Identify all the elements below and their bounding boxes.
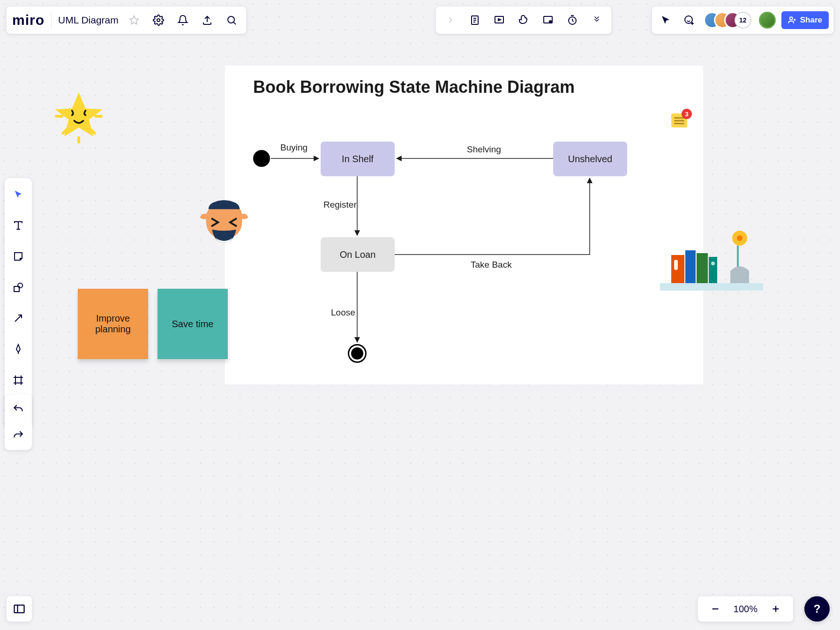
bell-icon[interactable] [174,11,192,29]
initial-state[interactable] [253,150,270,167]
sticky-tool[interactable] [8,247,28,266]
svg-rect-52 [697,253,708,283]
header-toolbar: miro UML Diagram [7,7,246,34]
svg-point-54 [711,262,715,265]
shape-tool[interactable] [8,278,28,297]
zoom-out-button[interactable] [706,600,724,618]
svg-rect-55 [15,605,24,613]
svg-marker-0 [130,16,138,24]
screen-icon[interactable] [539,11,557,29]
avatar-self[interactable] [759,12,776,29]
separator [51,12,52,28]
minimap-toggle[interactable] [7,596,32,622]
svg-point-22 [790,17,793,20]
cursor-icon[interactable] [657,11,675,29]
miro-logo[interactable]: miro [12,12,45,28]
sticky-note-orange[interactable]: Improve planning [78,289,148,359]
svg-point-17 [685,16,692,23]
svg-rect-50 [674,260,678,270]
more-apps-icon[interactable] [588,11,606,29]
avatar-overflow[interactable]: 12 [735,12,751,29]
edge-label-register[interactable]: Register [323,200,357,210]
edge-label-take-back[interactable]: Take Back [471,260,512,270]
comment-count-badge: 3 [682,109,692,119]
svg-rect-48 [660,283,763,291]
comment-icon[interactable]: 3 [671,113,687,128]
board-title[interactable]: UML Diagram [58,15,119,26]
star-sticker[interactable] [51,88,107,146]
collab-toolbar: 12 Share [652,7,833,34]
share-label: Share [800,15,822,25]
undo-button[interactable] [9,400,27,418]
undo-dock [5,395,32,450]
svg-point-1 [157,19,160,22]
select-tool[interactable] [8,185,28,204]
svg-line-4 [233,22,235,24]
zoom-level[interactable]: 100% [734,604,758,615]
settings-icon[interactable] [150,11,167,29]
laughing-face-sticker[interactable] [194,196,254,258]
state-unshelved[interactable]: Unshelved [553,142,627,176]
frame-title[interactable]: Book Borrowing State Machine Diagram [253,77,575,97]
chevron-right-icon[interactable] [442,11,459,29]
svg-rect-49 [671,255,684,283]
apps-toolbar [436,7,611,34]
pen-tool[interactable] [8,339,28,359]
help-button[interactable]: ? [804,596,830,622]
svg-point-12 [549,21,551,22]
notes-icon[interactable] [466,11,484,29]
star-icon[interactable] [125,11,143,29]
voting-icon[interactable] [515,11,532,29]
svg-line-29 [15,315,22,322]
redo-button[interactable] [9,427,27,444]
zoom-controls: 100% [698,596,793,622]
svg-rect-51 [685,250,696,283]
svg-point-46 [737,235,742,241]
bookshelf-sticker[interactable] [660,215,763,296]
final-state[interactable] [348,344,367,363]
svg-marker-44 [55,93,103,137]
arrow-tool[interactable] [8,308,28,328]
svg-marker-10 [498,19,501,21]
svg-rect-47 [737,246,739,267]
share-button[interactable]: Share [781,11,829,29]
reactions-icon[interactable] [680,11,698,29]
zoom-in-button[interactable] [767,600,785,618]
frame-tool[interactable] [8,370,28,390]
svg-line-15 [572,21,574,22]
export-icon[interactable] [198,11,216,29]
state-on-loan[interactable]: On Loan [321,237,395,272]
present-icon[interactable] [490,11,508,29]
collaborator-avatars[interactable]: 12 [704,12,751,29]
edge-label-buying[interactable]: Buying [280,142,308,153]
search-icon[interactable] [223,11,240,29]
tool-dock [5,178,32,428]
edge-label-loose[interactable]: Loose [331,308,355,318]
svg-point-28 [18,283,22,288]
svg-point-3 [228,16,234,23]
state-in-shelf[interactable]: In Shelf [321,142,395,176]
sticky-note-teal[interactable]: Save time [158,289,228,359]
edge-label-shelving[interactable]: Shelving [467,144,501,155]
text-tool[interactable] [8,216,28,235]
svg-rect-53 [709,257,717,283]
timer-icon[interactable] [563,11,581,29]
diagram-frame[interactable] [225,66,703,384]
